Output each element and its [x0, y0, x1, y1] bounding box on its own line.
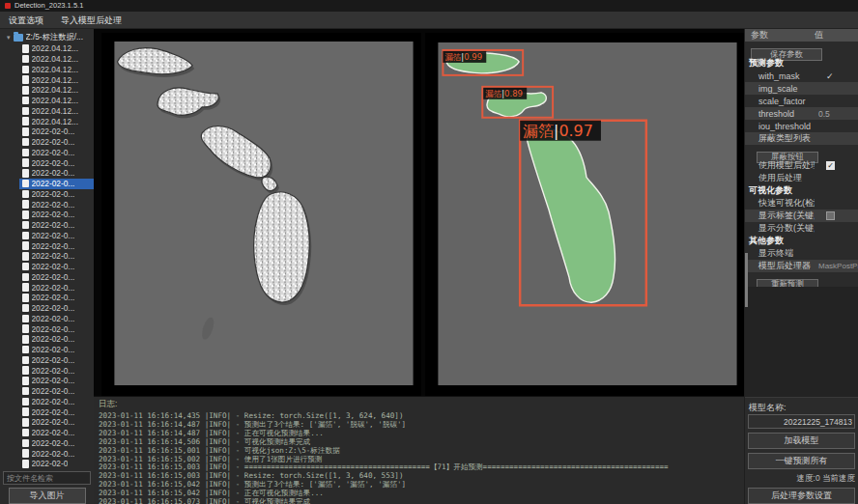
tree-item[interactable]: 2022-02-0...	[19, 365, 94, 376]
load-model-button[interactable]: 加载模型	[748, 433, 855, 449]
tree-item-label: 2022-02-0...	[32, 210, 75, 219]
tree-item[interactable]: 2022-02-0...	[19, 126, 94, 137]
tree-item[interactable]: 2022-02-0...	[19, 397, 94, 407]
tree-item[interactable]: 2022-02-0...	[19, 323, 94, 334]
tree-item[interactable]: 2022.04.12...	[19, 106, 94, 117]
tree-item[interactable]: 2022-02-0...	[19, 293, 94, 303]
tree-item[interactable]: 2022-02-0...	[19, 210, 94, 220]
tree-item[interactable]: 2022-02-0...	[19, 157, 94, 168]
original-image-panel[interactable]	[101, 33, 421, 396]
prediction-image-panel[interactable]: 漏箔|0.99 漏箔|0.89 漏箔|0.97	[425, 33, 744, 396]
tree-item[interactable]: 2022-02-0...	[19, 189, 94, 200]
tree-item[interactable]: 2022-02-0...	[19, 137, 94, 148]
tree-item[interactable]: 2022.04.12...	[19, 43, 94, 54]
tree-item[interactable]: 2022.04.12...	[19, 65, 94, 75]
tree-item[interactable]: 2022-02-0...	[19, 220, 94, 231]
tree-item[interactable]: 2022-02-0...	[19, 148, 94, 158]
menu-settings[interactable]: 设置选项	[0, 12, 52, 29]
param-row[interactable]: 显示标签(关键点)	[745, 210, 858, 222]
tree-item[interactable]: 2022.04.12...	[19, 116, 94, 126]
log-lines: 2023-01-11 16:16:14,435 |INFO| - Resize:…	[99, 412, 744, 504]
checkbox-checked-icon[interactable]: ✓	[826, 161, 835, 170]
param-label: 屏蔽类型列表	[745, 132, 815, 145]
tree-item-label: 2022-02-0...	[32, 386, 75, 396]
tree-item-label: 2022-02-0...	[32, 200, 75, 210]
param-row[interactable]: 模型后处理器MaskPostPro	[745, 260, 858, 272]
tree-item-label: 2022-02-0...	[32, 303, 75, 313]
param-row[interactable]: 快速可视化(检测)	[745, 197, 858, 210]
tree-item[interactable]: 2022-02-0...	[19, 428, 94, 438]
param-section-label: 预测参数	[745, 57, 858, 70]
log-line: 2023-01-11 16:16:14,435 |INFO| - Resize:…	[99, 412, 744, 421]
tree-item-label: 2022.04.12...	[32, 65, 78, 74]
tree-item[interactable]: 2022-02-0...	[19, 272, 94, 283]
tree-item[interactable]: 2022-02-0...	[19, 406, 94, 417]
param-row[interactable]: 显示分数(关键点)	[745, 222, 858, 235]
tree-item-label: 2022-02-0...	[32, 324, 75, 334]
tree-item[interactable]: 2022-02-0...	[19, 334, 94, 345]
tree-item[interactable]: 2022-02-0...	[19, 282, 94, 293]
file-icon	[22, 324, 29, 333]
param-row[interactable]: scale_factor	[745, 95, 858, 107]
tree-item[interactable]: 2022-02-0...	[19, 303, 94, 314]
tree-root[interactable]: ▾ Z:/5-标注数据/...	[0, 31, 94, 43]
postprocess-settings-button[interactable]: 后处理参数设置	[748, 488, 855, 504]
tree-item[interactable]: 2022-02-0...	[19, 448, 94, 459]
file-icon	[22, 210, 29, 219]
search-input[interactable]	[3, 471, 91, 485]
menu-import-postprocess[interactable]: 导入模型后处理	[52, 12, 130, 29]
tree-item[interactable]: 2022-02-0...	[19, 251, 94, 262]
tree-item-label: 2022.04.12...	[32, 85, 78, 95]
app-window: Detection_2023.1.5.1 设置选项 导入模型后处理 ▾ Z:/5…	[0, 0, 858, 504]
tree-item[interactable]: 2022.04.12...	[19, 74, 94, 85]
param-row[interactable]: iou_threshold	[745, 120, 858, 132]
tree-item[interactable]: 2022-02-0...	[19, 262, 94, 272]
param-row[interactable]: 屏蔽类型列表	[745, 132, 858, 145]
param-row[interactable]: 使用后处理	[745, 172, 858, 184]
file-icon	[22, 377, 29, 385]
param-row[interactable]: img_scale	[745, 82, 858, 95]
tree-item-label: 2022.04.12...	[32, 117, 78, 126]
file-icon	[22, 429, 29, 437]
param-row[interactable]: threshold0.5	[745, 107, 858, 120]
tree-item[interactable]: 2022-02-0...	[19, 376, 94, 386]
tree-item[interactable]: 2022.04.12...	[19, 54, 94, 65]
file-icon	[22, 241, 29, 250]
tree-item[interactable]: 2022-02-0...	[19, 417, 94, 428]
file-icon	[22, 315, 29, 323]
caret-down-icon[interactable]: ▾	[7, 31, 11, 43]
param-row[interactable]: 使用模型后处理✓	[745, 159, 858, 172]
tree-item[interactable]: 2022-02-0	[19, 459, 94, 469]
tree-item[interactable]: 2022-02-0...	[19, 345, 94, 355]
param-row[interactable]: with_mask✓	[745, 70, 858, 82]
tree-item[interactable]: 2022-02-0...	[19, 314, 94, 324]
checkbox-empty-icon[interactable]	[826, 211, 835, 220]
tree-item[interactable]: 2022-02-0...	[19, 355, 94, 366]
param-label: img_scale	[745, 84, 815, 94]
tree-item[interactable]: 2022-02-0...	[19, 168, 94, 179]
tree-item[interactable]: 2022-02-0...	[19, 179, 94, 189]
param-row[interactable]: 显示终端	[745, 247, 858, 260]
window-title: Detection_2023.1.5.1	[14, 0, 83, 12]
detection-score: 0.99	[464, 52, 482, 62]
tree-item-label: 2022-02-0...	[32, 148, 75, 157]
params-scrollbar[interactable]	[745, 253, 748, 307]
app-icon	[5, 3, 11, 9]
tree-item[interactable]: 2022-02-0...	[19, 386, 94, 397]
tree-item[interactable]: 2022-02-0...	[19, 240, 94, 251]
log-panel[interactable]: 日志: 2023-01-11 16:16:14,435 |INFO| - Res…	[94, 396, 744, 504]
tree-item[interactable]: 2022-02-0...	[19, 438, 94, 449]
file-icon	[22, 117, 29, 126]
tree-item[interactable]: 2022-02-0...	[19, 231, 94, 241]
tree-item-label: 2022-02-0...	[32, 241, 75, 251]
param-button-row: 重新预测	[745, 272, 858, 287]
tree-item[interactable]: 2022-02-0...	[19, 199, 94, 210]
param-label: 使用后处理	[745, 172, 815, 184]
tree-item-label: 2022-02-0...	[32, 438, 75, 448]
tree-item[interactable]: 2022.04.12...	[19, 96, 94, 106]
predict-all-button[interactable]: 一键预测所有	[748, 453, 855, 469]
file-icon	[22, 158, 29, 167]
import-images-button[interactable]: 导入图片	[9, 488, 86, 504]
tree-item[interactable]: 2022.04.12...	[19, 85, 94, 96]
model-name-field[interactable]: 20221225_174813	[748, 414, 855, 429]
